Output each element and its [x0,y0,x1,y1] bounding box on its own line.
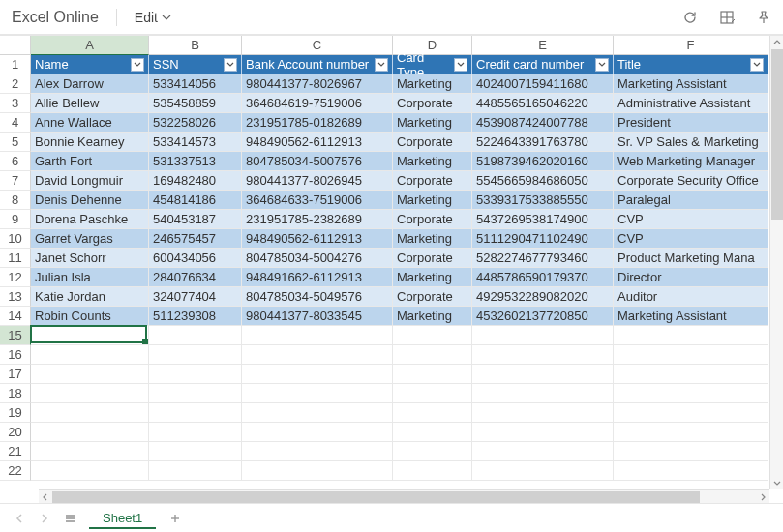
cell[interactable]: 532258026 [149,113,242,133]
all-sheets-icon[interactable] [62,510,79,527]
row-header-3[interactable]: 3 [0,94,31,113]
cell[interactable]: Alex Darrow [31,74,149,94]
cell[interactable]: Marketing [393,307,472,326]
cell[interactable] [393,442,472,461]
cell[interactable]: Julian Isla [31,268,149,287]
cell[interactable] [31,442,149,461]
filter-dropdown-icon[interactable] [454,58,467,72]
vertical-scrollbar-thumb[interactable] [771,49,783,220]
filter-dropdown-icon[interactable] [595,58,609,72]
cell[interactable] [393,403,472,423]
cell[interactable] [393,461,472,481]
cell[interactable]: 804785034-5007576 [242,152,393,171]
row-header-7[interactable]: 7 [0,171,31,191]
pin-icon[interactable] [756,10,771,25]
cell[interactable] [472,423,614,442]
col-header-F[interactable]: F [614,36,768,55]
row-header-8[interactable]: 8 [0,191,31,210]
cell[interactable]: 364684619-7519006 [242,94,393,113]
cell[interactable] [242,345,393,365]
cell[interactable]: Corporate [393,249,472,268]
cell[interactable]: 5111290471102490 [472,229,614,249]
cell[interactable] [242,365,393,384]
horizontal-scrollbar-track[interactable] [52,490,756,504]
table-header-cell[interactable]: Card Type [393,55,472,74]
cell[interactable]: Janet Schorr [31,249,149,268]
cell[interactable]: Garth Fort [31,152,149,171]
row-header-2[interactable]: 2 [0,74,31,94]
cell[interactable]: Marketing [393,191,472,210]
cell[interactable] [472,345,614,365]
cell[interactable]: 948491662-6112913 [242,268,393,287]
cell[interactable]: 246575457 [149,229,242,249]
cell[interactable]: Garret Vargas [31,229,149,249]
cell[interactable]: 980441377-8026967 [242,74,393,94]
cell[interactable]: Marketing [393,152,472,171]
cell[interactable]: 5282274677793460 [472,249,614,268]
cell[interactable] [614,345,768,365]
cell[interactable]: Bonnie Kearney [31,133,149,152]
scroll-left-icon[interactable] [39,490,52,504]
cell[interactable]: Auditor [614,287,768,307]
filter-dropdown-icon[interactable] [131,58,144,72]
cell[interactable]: Marketing Assistant [614,307,768,326]
cell[interactable] [31,423,149,442]
cell[interactable]: Paralegal [614,191,768,210]
cell[interactable]: Marketing [393,268,472,287]
cell[interactable] [242,326,393,345]
cell[interactable] [31,365,149,384]
cell[interactable]: 231951785-2382689 [242,210,393,229]
cell[interactable]: 454814186 [149,191,242,210]
col-header-B[interactable]: B [149,36,242,55]
cell[interactable] [614,442,768,461]
cell[interactable]: 540453187 [149,210,242,229]
cell[interactable]: 364684633-7519006 [242,191,393,210]
cell[interactable]: Marketing Assistant [614,74,768,94]
cell[interactable] [393,326,472,345]
table-header-cell[interactable]: Name [31,55,149,74]
cell[interactable] [472,384,614,403]
row-header-10[interactable]: 10 [0,229,31,249]
filter-dropdown-icon[interactable] [375,58,388,72]
row-header-17[interactable]: 17 [0,365,31,384]
cell[interactable] [242,403,393,423]
cell[interactable]: President [614,113,768,133]
cell[interactable]: David Longmuir [31,171,149,191]
cell[interactable]: Administrative Assistant [614,94,768,113]
table-header-cell[interactable]: Bank Account number [242,55,393,74]
cell[interactable]: 5198739462020160 [472,152,614,171]
tab-sheet1[interactable]: Sheet1 [89,507,156,529]
cell[interactable]: 948490562-6112913 [242,133,393,152]
cell[interactable]: Marketing [393,74,472,94]
cell[interactable]: Web Marketing Manager [614,152,768,171]
cell[interactable]: 533414573 [149,133,242,152]
cell[interactable]: 511239308 [149,307,242,326]
scroll-right-icon[interactable] [756,490,769,504]
cell[interactable]: 804785034-5049576 [242,287,393,307]
col-header-E[interactable]: E [472,36,614,55]
cell[interactable]: Corporate [393,133,472,152]
cell[interactable]: CVP [614,210,768,229]
cell[interactable] [31,403,149,423]
cell[interactable]: 4929532289082020 [472,287,614,307]
vertical-scrollbar-track[interactable] [770,49,784,476]
cell[interactable] [31,345,149,365]
cell[interactable]: Sr. VP Sales & Marketing [614,133,768,152]
cell[interactable] [149,403,242,423]
cell[interactable] [242,442,393,461]
row-header-1[interactable]: 1 [0,55,31,74]
col-header-A[interactable]: A [31,36,149,55]
cell[interactable]: Anne Wallace [31,113,149,133]
horizontal-scrollbar[interactable] [39,489,769,503]
row-header-4[interactable]: 4 [0,113,31,133]
row-header-21[interactable]: 21 [0,442,31,461]
row-header-22[interactable]: 22 [0,461,31,481]
cell[interactable]: Katie Jordan [31,287,149,307]
cell[interactable] [149,442,242,461]
table-header-cell[interactable]: Title [614,55,768,74]
row-header-11[interactable]: 11 [0,249,31,268]
vertical-scrollbar[interactable] [769,36,783,489]
cell[interactable] [472,365,614,384]
cell[interactable]: 4532602137720850 [472,307,614,326]
cell[interactable]: 4539087424007788 [472,113,614,133]
